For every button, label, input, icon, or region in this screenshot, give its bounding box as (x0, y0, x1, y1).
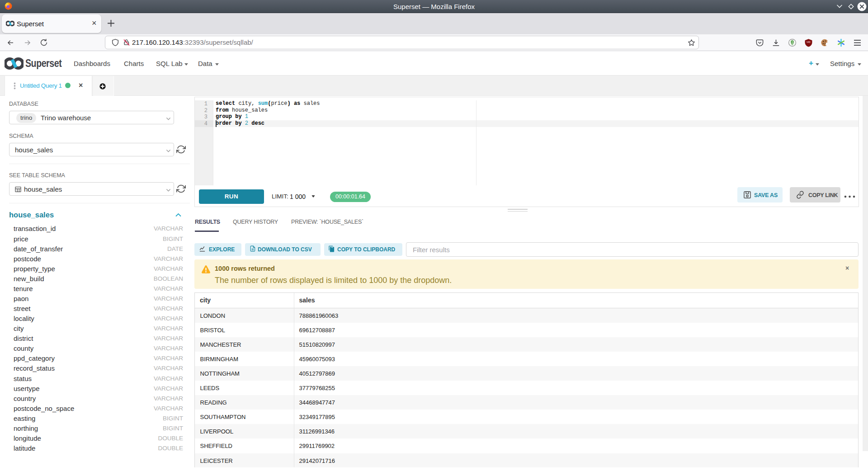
svg-text:UO: UO (807, 41, 811, 43)
